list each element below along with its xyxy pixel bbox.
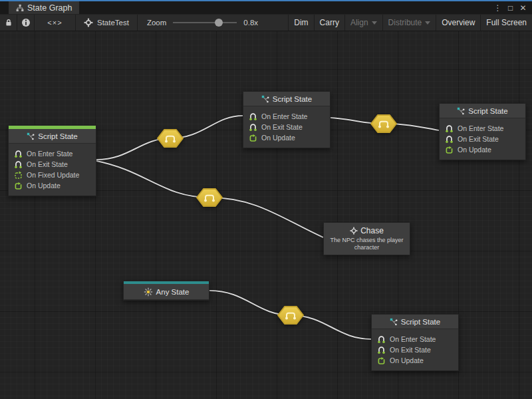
zoom-slider-handle[interactable]	[215, 19, 223, 27]
transition-node[interactable]	[156, 126, 184, 150]
script-state-icon	[390, 318, 398, 326]
script-state-icon	[261, 95, 269, 103]
node-header[interactable]: Script State	[243, 92, 330, 106]
crosshair-icon	[350, 227, 358, 235]
node-body: On Enter State On Exit State	[372, 329, 458, 370]
node-title: Chase	[360, 226, 384, 235]
node-chase-state[interactable]: Chase The NPC chases the player characte…	[323, 222, 410, 255]
transition-node[interactable]	[196, 186, 223, 209]
fixed-update-icon	[14, 171, 23, 180]
node-description: The NPC chases the player character	[327, 237, 407, 251]
node-body: On Enter State On Exit State	[440, 118, 525, 160]
event-label: On Update	[27, 182, 61, 190]
distribute-button-label: Distribute	[388, 18, 422, 27]
node-body: On Enter State On Exit State	[243, 106, 330, 148]
titlebar: State Graph ⋮ □ ✕	[0, 1, 532, 14]
event-label: On Fixed Update	[27, 171, 79, 179]
node-title: Script State	[401, 318, 440, 326]
event-label: On Enter State	[261, 112, 307, 120]
event-row[interactable]: On Exit State	[14, 159, 96, 170]
maximize-icon[interactable]: □	[505, 3, 515, 13]
node-start-state[interactable]: Script State On Enter State	[8, 125, 96, 196]
zoom-slider-track	[173, 22, 237, 23]
chevron-down-icon	[425, 21, 430, 25]
event-label: On Update	[390, 356, 424, 364]
update-icon	[445, 146, 454, 154]
tab-title: State Graph	[27, 3, 72, 13]
event-row[interactable]: On Update	[445, 144, 525, 155]
distribute-dropdown-button[interactable]: Distribute	[382, 15, 436, 31]
zoom-label: Zoom	[147, 19, 166, 27]
overview-button[interactable]: Overview	[436, 15, 480, 31]
graph-tree-icon	[16, 4, 24, 12]
node-top-middle-state[interactable]: Script State On Enter State	[243, 91, 331, 148]
event-label: On Exit State	[27, 160, 68, 168]
carry-button-label: Carry	[320, 18, 339, 27]
node-header[interactable]: Any State	[124, 284, 209, 300]
titlebar-spacer	[79, 1, 493, 14]
exit-state-icon	[249, 123, 257, 132]
node-header[interactable]: Script State	[440, 104, 525, 118]
event-row[interactable]: On Enter State	[14, 148, 96, 159]
dim-button-label: Dim	[294, 18, 308, 27]
enter-state-icon	[445, 124, 454, 133]
event-row[interactable]: On Enter State	[249, 111, 330, 122]
info-icon	[21, 18, 31, 27]
align-dropdown-button[interactable]: Align	[344, 15, 382, 31]
close-icon[interactable]: ✕	[518, 3, 528, 13]
zoom-slider[interactable]	[173, 19, 237, 27]
event-row[interactable]: On Update	[377, 355, 458, 366]
graph-selector[interactable]: StateTest	[76, 15, 138, 31]
transition-node[interactable]	[277, 303, 305, 327]
window-menu-icon[interactable]: ⋮	[493, 3, 503, 13]
node-title: Script State	[468, 107, 507, 115]
enter-state-icon	[249, 112, 257, 121]
enter-state-icon	[377, 335, 386, 344]
script-state-icon	[27, 132, 35, 140]
node-title: Any State	[156, 288, 190, 296]
update-icon	[377, 356, 386, 365]
transition-node[interactable]	[370, 112, 398, 136]
graph-name-label: StateTest	[97, 19, 129, 27]
event-label: On Exit State	[390, 346, 431, 354]
node-header[interactable]: Script State	[372, 315, 458, 329]
event-row[interactable]: On Exit State	[249, 122, 330, 132]
event-label: On Exit State	[261, 123, 303, 131]
event-row[interactable]: On Update	[14, 180, 96, 191]
event-label: On Enter State	[458, 124, 503, 132]
node-top-right-state[interactable]: Script State On Enter State	[439, 103, 526, 160]
carry-button[interactable]: Carry	[314, 15, 344, 31]
graph-canvas[interactable]: Script State On Enter State	[0, 31, 532, 399]
update-icon	[14, 182, 23, 190]
tab-state-graph[interactable]: State Graph	[9, 1, 79, 14]
chevron-down-icon	[372, 21, 377, 25]
zoom-control: Zoom 0.8x	[138, 15, 288, 31]
event-row[interactable]: On Exit State	[377, 344, 458, 355]
event-label: On Enter State	[27, 150, 72, 158]
code-icon: <×>	[47, 19, 62, 27]
event-label: On Update	[261, 134, 295, 142]
overview-button-label: Overview	[442, 18, 475, 27]
fullscreen-button[interactable]: Full Screen	[480, 15, 532, 31]
exit-state-icon	[14, 160, 23, 169]
dim-button[interactable]: Dim	[288, 15, 313, 31]
event-row[interactable]: On Update	[249, 132, 330, 143]
align-button-label: Align	[350, 18, 368, 27]
event-row[interactable]: On Fixed Update	[14, 170, 96, 180]
node-header[interactable]: Script State	[9, 129, 96, 144]
node-title: Script State	[273, 95, 312, 103]
node-any-state[interactable]: Any State	[123, 281, 209, 301]
event-label: On Enter State	[390, 335, 436, 343]
event-row[interactable]: On Enter State	[445, 123, 525, 134]
crosshair-icon	[84, 18, 93, 27]
lock-button[interactable]	[0, 15, 17, 31]
node-bottom-right-state[interactable]: Script State On Enter State	[371, 314, 459, 371]
code-view-button[interactable]: <×>	[35, 15, 76, 31]
event-row[interactable]: On Exit State	[445, 134, 525, 144]
any-state-icon	[144, 287, 153, 297]
zoom-value: 0.8x	[243, 19, 258, 27]
exit-state-icon	[377, 346, 386, 354]
info-button[interactable]	[17, 15, 35, 31]
event-row[interactable]: On Enter State	[377, 334, 458, 344]
state-graph-window: State Graph ⋮ □ ✕	[0, 0, 532, 399]
